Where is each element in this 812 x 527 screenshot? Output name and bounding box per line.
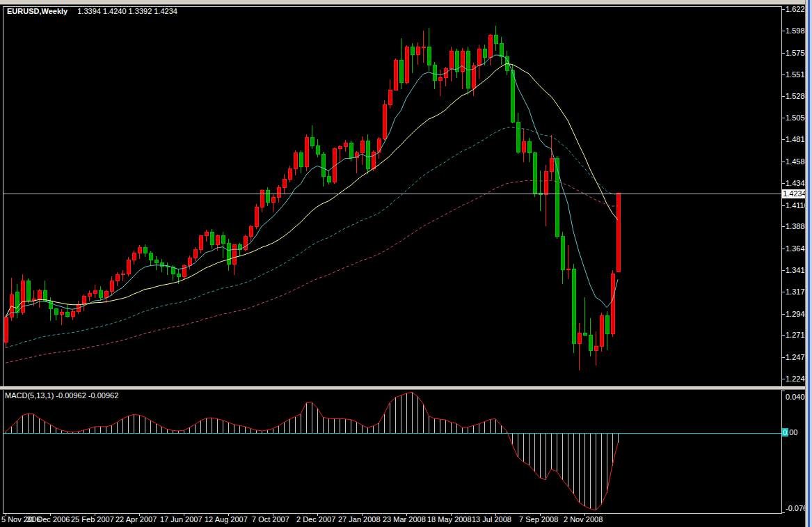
time-axis-label: 7 Sep 2008 — [519, 515, 558, 524]
time-axis-label: 12 Aug 2007 — [205, 515, 248, 524]
time-axis-label: 31 Dec 2006 — [26, 515, 70, 524]
time-axis-label: 25 Feb 2007 — [71, 515, 114, 524]
chart-canvas[interactable] — [0, 0, 812, 527]
macd-histogram — [3, 392, 781, 510]
ma-fast-solid — [6, 55, 618, 317]
ma-slow-dashed — [6, 127, 618, 348]
macd-indicator-label: MACD(5,13,1) -0.00962 -0.00962 — [5, 391, 118, 400]
time-axis-label: 2 Dec 2007 — [296, 515, 335, 524]
time-axis-label: 2 Nov 2008 — [564, 515, 603, 524]
pane-splitter[interactable] — [0, 386, 805, 390]
symbol-period-label: EURUSD,Weekly — [7, 7, 67, 15]
time-axis-label: 17 Jun 2007 — [160, 515, 202, 524]
macd-axis-zero-label: 0.00 — [783, 428, 797, 437]
plot-frame — [3, 7, 782, 514]
moving-average-lines — [6, 55, 618, 363]
time-axis-label: 13 Jul 2008 — [472, 515, 511, 524]
ohlc-quote-label: 1.3394 1.4240 1.3392 1.4234 — [77, 7, 177, 15]
time-axis-label: 27 Jan 2008 — [338, 515, 381, 524]
current-price-tag: 1.4234 — [782, 189, 807, 198]
window-right-border — [805, 0, 812, 527]
time-axis-label: 18 May 2008 — [427, 515, 472, 524]
chart-title: EURUSD,Weekly1.3394 1.4240 1.3392 1.4234 — [7, 7, 177, 16]
ma-mid-solid — [6, 63, 618, 317]
time-axis-label: 22 Apr 2007 — [116, 515, 157, 524]
time-axis-label: 7 Oct 2007 — [252, 515, 289, 524]
chart-window: EURUSD,Weekly1.3394 1.4240 1.3392 1.4234… — [0, 0, 812, 527]
time-axis-label: 23 Mar 2008 — [383, 515, 426, 524]
candlesticks — [4, 26, 620, 370]
ma-slowest-dashed — [6, 180, 618, 363]
